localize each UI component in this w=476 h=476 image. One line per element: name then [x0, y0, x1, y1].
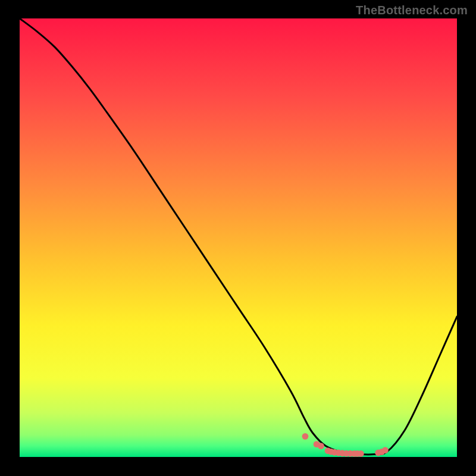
marker-dot	[318, 443, 324, 449]
marker-dot	[302, 433, 309, 440]
marker-dot	[382, 447, 389, 453]
watermark-text: TheBottleneck.com	[356, 4, 468, 17]
marker-dot	[358, 450, 364, 457]
stage: TheBottleneck.com	[0, 0, 476, 476]
plot-svg	[0, 0, 476, 476]
